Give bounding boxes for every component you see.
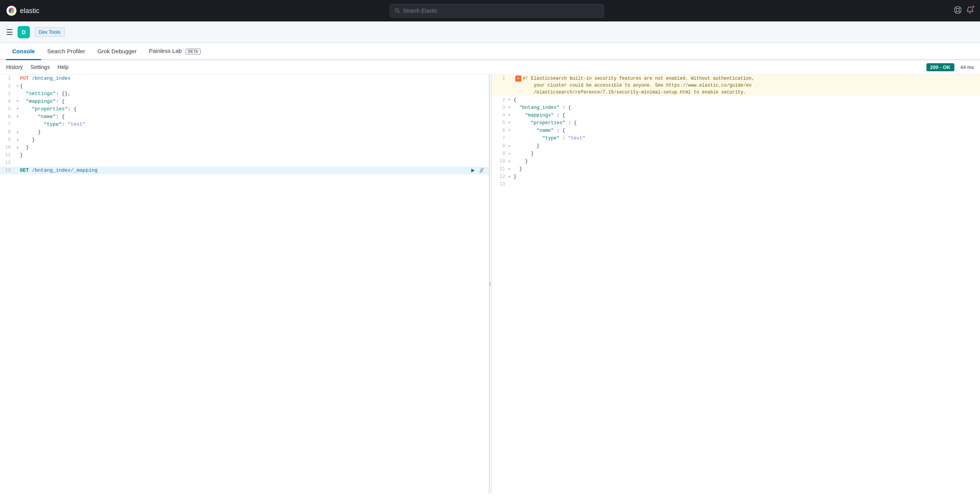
line-content-7: "type": "text" <box>20 121 486 128</box>
line-actions-13 <box>469 167 486 174</box>
response-line-2: 2 ▼ { <box>492 96 980 104</box>
response-line-number-2: 2 <box>492 96 508 104</box>
response-fold-arrow-5[interactable]: ▼ <box>508 119 514 127</box>
history-button[interactable]: History <box>6 64 23 70</box>
fold-arrow-9[interactable]: ▲ <box>15 136 20 144</box>
response-line-11: 11 ▲ } <box>492 165 980 173</box>
response-fold-arrow-4[interactable]: ▼ <box>508 112 514 119</box>
fold-arrow-8[interactable]: ▲ <box>15 128 20 136</box>
response-content-6: "name" : { <box>514 127 977 135</box>
editor-line-9: 9 ▲ } <box>0 136 489 144</box>
response-line-number-13: 13 <box>492 180 508 188</box>
sub-toolbar-left: History Settings Help <box>6 64 69 70</box>
response-fold-arrow-12[interactable]: ▲ <box>508 173 514 180</box>
response-time-badge: 44 ms <box>960 64 974 70</box>
line-content-11: } <box>20 151 486 159</box>
response-line-number-5: 5 <box>492 119 508 127</box>
main-tabs: Console Search Profiler Grok Debugger Pa… <box>0 43 980 60</box>
response-line-10: 10 ▲ } <box>492 157 980 165</box>
response-line-number-3: 3 <box>492 104 508 112</box>
run-button[interactable] <box>469 167 477 174</box>
response-line-9: 9 ▲ } <box>492 150 980 157</box>
fold-arrow-4[interactable]: ▼ <box>15 98 20 105</box>
search-placeholder: Search Elastic <box>403 8 437 14</box>
global-search-bar[interactable]: Search Elastic <box>390 4 604 18</box>
response-line-6: 6 ▼ "name" : { <box>492 127 980 135</box>
line-number-13: 13 <box>0 167 15 174</box>
line-number-7: 7 <box>0 121 15 128</box>
line-content-10: } <box>20 144 486 151</box>
fold-arrow-6[interactable]: ▼ <box>15 113 20 121</box>
fold-arrow-5[interactable]: ▼ <box>15 105 20 113</box>
status-ok-badge: 200 - OK <box>926 63 954 71</box>
response-fold-arrow-10[interactable]: ▲ <box>508 157 514 165</box>
line-number-11: 11 <box>0 151 15 159</box>
sub-toolbar: History Settings Help 200 - OK 44 ms <box>0 60 980 75</box>
svg-line-10 <box>959 7 960 9</box>
navbar-icons-group <box>954 6 974 16</box>
response-fold-arrow-11[interactable]: ▲ <box>508 165 514 173</box>
response-content-9: } <box>514 150 977 157</box>
copy-as-curl-button[interactable] <box>478 167 486 174</box>
response-fold-arrow-2[interactable]: ▼ <box>508 96 514 104</box>
response-fold-arrow-9[interactable]: ▲ <box>508 150 514 157</box>
line-number-4: 4 <box>0 98 15 105</box>
devtools-label[interactable]: Dev Tools <box>34 27 65 37</box>
response-content-8: } <box>514 142 977 150</box>
svg-point-4 <box>9 9 11 13</box>
response-content-3: "bntang_index" : { <box>514 104 977 112</box>
response-line-5: 5 ▼ "properties" : { <box>492 119 980 127</box>
tab-search-profiler[interactable]: Search Profiler <box>41 43 91 60</box>
tab-painless-lab[interactable]: Painless Lab BETA <box>143 43 207 60</box>
response-content-12: } <box>514 173 977 180</box>
line-content-12 <box>20 159 486 167</box>
svg-line-12 <box>959 11 960 13</box>
response-content-7: "type" : "text" <box>514 135 977 142</box>
user-avatar[interactable]: D <box>18 26 30 38</box>
fold-arrow-2[interactable]: ▼ <box>15 82 20 90</box>
svg-marker-14 <box>471 169 475 172</box>
tab-grok-debugger[interactable]: Grok Debugger <box>91 43 143 60</box>
line-content-2: { <box>20 82 486 90</box>
response-line-4: 4 ▼ "mappings" : { <box>492 112 980 119</box>
fold-arrow-10[interactable]: ▲ <box>15 144 20 151</box>
hamburger-menu-icon[interactable]: ☰ <box>6 28 13 37</box>
editor-panel: 1 PUT /bntang_index 2 ▼ { 3 "settings": … <box>0 75 489 494</box>
play-icon <box>470 168 475 173</box>
response-line-8: 8 ▲ } <box>492 142 980 150</box>
response-fold-arrow-6[interactable]: ▼ <box>508 127 514 135</box>
editor-line-10: 10 ▲ } <box>0 144 489 151</box>
svg-point-9 <box>956 8 959 11</box>
response-fold-arrow-3[interactable]: ▼ <box>508 104 514 112</box>
help-button[interactable]: Help <box>57 64 69 70</box>
warning-close-button[interactable]: ✕ <box>515 75 521 82</box>
response-panel: 1 ✕ #! Elasticsearch built-in security f… <box>492 75 980 494</box>
editor-line-7: 7 "type": "text" <box>0 121 489 128</box>
response-content-5: "properties" : { <box>514 119 977 127</box>
search-icon <box>395 8 400 13</box>
tab-console[interactable]: Console <box>6 43 41 60</box>
response-editor[interactable]: 1 ✕ #! Elasticsearch built-in security f… <box>492 75 980 494</box>
line-number-5: 5 <box>0 105 15 113</box>
settings-button[interactable]: Settings <box>31 64 50 70</box>
response-line-number-9: 9 <box>492 150 508 157</box>
response-content-2: { <box>514 96 977 104</box>
response-line-number-12: 12 <box>492 173 508 180</box>
line-content-8: } <box>20 128 486 136</box>
search-bar-container: Search Elastic <box>46 4 948 18</box>
editor-line-11: 11 } <box>0 151 489 159</box>
line-number-2: 2 <box>0 82 15 90</box>
response-line-number-10: 10 <box>492 157 508 165</box>
line-number-3: 3 <box>0 90 15 98</box>
response-line-number-8: 8 <box>492 142 508 150</box>
help-center-icon[interactable] <box>954 6 962 16</box>
line-number-8: 8 <box>0 128 15 136</box>
notifications-icon-badge[interactable] <box>966 6 974 16</box>
line-number-12: 12 <box>0 159 15 167</box>
line-content-5: "properties": { <box>20 105 486 113</box>
response-content-4: "mappings" : { <box>514 112 977 119</box>
response-fold-arrow-8[interactable]: ▲ <box>508 142 514 150</box>
code-editor[interactable]: 1 PUT /bntang_index 2 ▼ { 3 "settings": … <box>0 75 489 494</box>
sub-toolbar-right: 200 - OK 44 ms <box>926 63 974 71</box>
warning-text: #! Elasticsearch built-in security featu… <box>523 75 755 96</box>
